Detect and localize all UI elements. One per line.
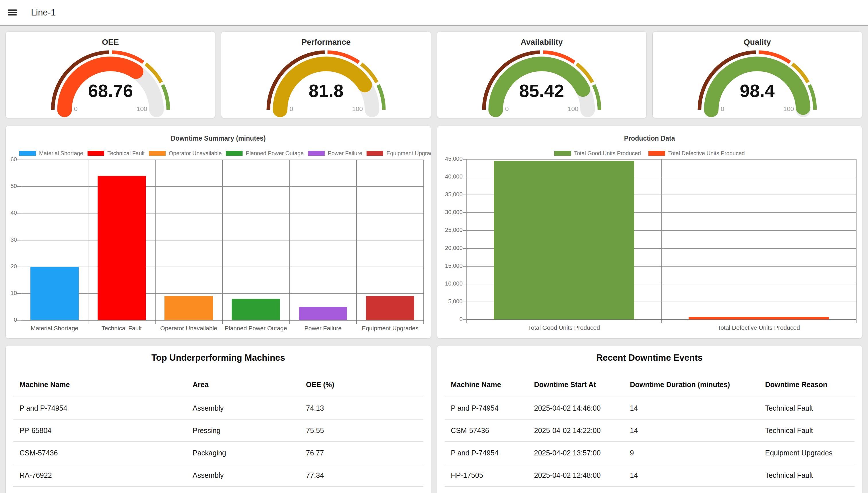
y-axis-tick — [463, 284, 467, 284]
column-header: OEE (%) — [306, 381, 422, 389]
hamburger-icon — [8, 9, 17, 11]
quality-gauge: 98.4 0 100 — [696, 48, 819, 118]
table-cell: 14 — [630, 404, 765, 412]
production-data-chart-card: Production Data Total Good Units Produce… — [437, 126, 863, 339]
legend-label: Planned Power Outage — [246, 150, 304, 157]
table-header-row: Machine NameDowntime Start AtDowntime Du… — [437, 372, 862, 396]
grid-line-vertical — [155, 160, 155, 324]
legend-label: Material Shortage — [39, 150, 83, 157]
grid-line-vertical — [466, 159, 467, 323]
table-cell: 75.55 — [306, 426, 422, 435]
gauge-min-label: 0 — [505, 105, 509, 112]
bar-power-failure[interactable] — [299, 307, 347, 320]
y-axis-label: 0 — [437, 316, 463, 323]
grid-line-vertical — [21, 160, 21, 324]
chart-title: Production Data — [437, 134, 862, 142]
table-cell: 2025-04-02 13:57:00 — [534, 449, 630, 457]
table-row: P and P-749542025-04-02 13:57:009Equipme… — [437, 442, 862, 464]
y-axis-tick — [463, 248, 467, 249]
y-axis-tick — [17, 266, 21, 267]
y-axis-tick — [17, 320, 21, 321]
table-cell: HP-17505 — [451, 471, 534, 479]
table-cell: 74.13 — [306, 404, 422, 412]
legend-label: Total Good Units Produced — [574, 150, 641, 157]
bar-equipment-upgrades[interactable] — [366, 296, 414, 320]
legend-item: Total Good Units Produced — [554, 150, 641, 157]
legend-swatch — [554, 151, 571, 156]
row-divider — [13, 486, 423, 487]
table-row: PP-65804Pressing75.55 — [6, 420, 431, 441]
performance-gauge: 81.8 0 100 — [264, 48, 388, 118]
legend-item: Technical Fault — [88, 150, 145, 157]
y-axis-label: 40,000 — [437, 173, 463, 180]
grid-line-vertical — [356, 160, 357, 324]
legend-swatch — [226, 151, 242, 156]
gauge-title: Availability — [437, 37, 647, 47]
gauge-max-label: 100 — [568, 105, 578, 112]
y-axis-label: 40 — [5, 210, 17, 216]
hamburger-icon — [8, 12, 17, 13]
bar-technical-fault[interactable] — [98, 176, 146, 320]
grid-line-vertical — [856, 159, 856, 323]
legend-item: Equipment Upgrades — [366, 150, 431, 157]
gauge-value: 81.8 — [309, 81, 344, 101]
table-cell: Technical Fault — [765, 471, 854, 479]
x-axis-label: Equipment Upgrades — [357, 325, 424, 332]
y-axis-label: 30,000 — [437, 209, 463, 215]
table-cell: RA-76922 — [20, 471, 193, 479]
y-axis-label: 10,000 — [437, 280, 463, 287]
table-cell: Assembly — [193, 404, 306, 412]
y-axis-tick — [17, 293, 21, 294]
table-cell: P and P-74954 — [451, 404, 534, 412]
gauge-title: Quality — [653, 37, 862, 47]
oee-gauge-card: OEE 68.76 0 100 — [5, 31, 215, 118]
recent-downtime-events-table: Machine NameDowntime Start AtDowntime Du… — [437, 372, 862, 487]
table-cell: PP-65804 — [20, 426, 193, 435]
column-header: Machine Name — [451, 381, 534, 389]
legend-item: Power Failure — [308, 150, 362, 157]
column-header: Downtime Duration (minutes) — [630, 381, 765, 389]
legend-item: Total Defective Units Produced — [649, 150, 745, 157]
underperforming-machines-card: Top Underperforming Machines Machine Nam… — [5, 345, 431, 493]
bar-material-shortage[interactable] — [30, 267, 79, 320]
table-row: CSM-574362025-04-02 14:22:0014Technical … — [437, 420, 862, 441]
gauge-min-label: 0 — [721, 105, 724, 112]
table-cell: CSM-57436 — [451, 426, 534, 435]
bar-total-good-units-produced[interactable] — [494, 161, 634, 320]
y-axis-label: 0 — [5, 317, 17, 323]
page-title: Line-1 — [31, 7, 56, 18]
table-cell: 2025-04-02 14:46:00 — [534, 404, 630, 412]
legend-label: Power Failure — [328, 150, 362, 157]
legend-swatch — [366, 151, 383, 156]
table-cell: 14 — [630, 426, 765, 435]
legend-item: Planned Power Outage — [226, 150, 304, 157]
hamburger-menu-button[interactable] — [8, 9, 17, 16]
table-cell: Technical Fault — [765, 426, 854, 435]
y-axis-tick — [463, 177, 467, 177]
app-bar: Line-1 — [0, 0, 868, 26]
downtime-summary-plot: 0102030405060Material ShortageTechnical … — [21, 160, 424, 320]
recent-downtime-events-card: Recent Downtime Events Machine NameDownt… — [437, 345, 863, 493]
quality-gauge-card: Quality 98.4 0 100 — [652, 31, 862, 118]
grid-line-vertical — [222, 160, 223, 324]
y-axis-tick — [463, 159, 467, 159]
bar-planned-power-outage[interactable] — [232, 299, 280, 320]
table-title: Recent Downtime Events — [437, 352, 862, 363]
legend-item: Material Shortage — [19, 150, 83, 157]
column-header: Downtime Start At — [534, 381, 630, 389]
table-cell: Assembly — [193, 471, 306, 479]
table-cell: Packaging — [193, 449, 306, 457]
table-cell: 14 — [630, 471, 765, 479]
gauge-title: Performance — [221, 37, 430, 47]
grid-line-vertical — [289, 160, 290, 324]
bar-operator-unavailable[interactable] — [165, 296, 213, 320]
table-header-row: Machine NameAreaOEE (%) — [6, 372, 431, 396]
table-cell: 2025-04-02 14:22:00 — [534, 426, 630, 435]
y-axis-tick — [463, 212, 467, 213]
x-axis-label: Planned Power Outage — [223, 325, 290, 332]
gauge-value: 85.42 — [519, 81, 564, 101]
y-axis-label: 60 — [5, 156, 17, 163]
grid-line-vertical — [88, 160, 88, 324]
table-cell: P and P-74954 — [20, 404, 193, 412]
table-cell: P and P-74954 — [451, 449, 534, 457]
